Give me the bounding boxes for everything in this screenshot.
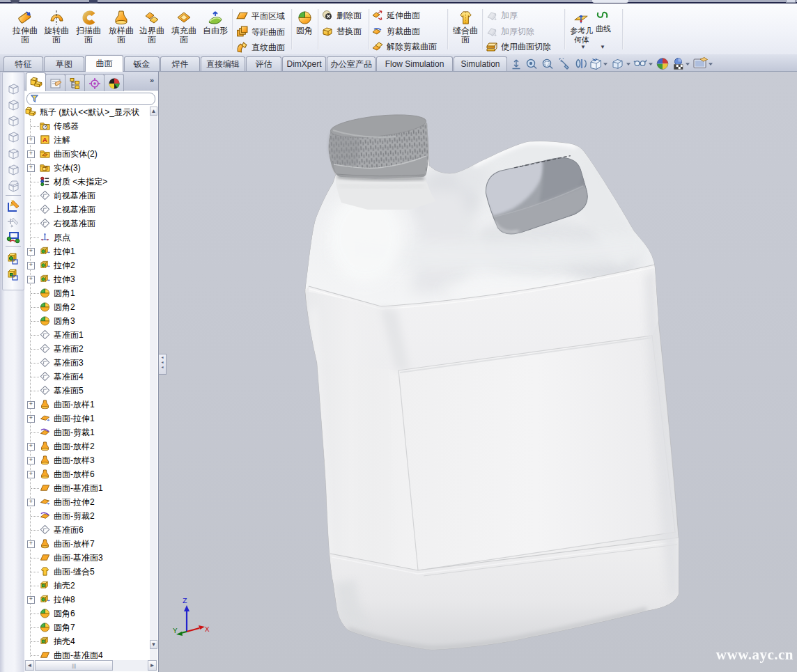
svg-text:X: X: [205, 625, 210, 634]
svg-text:Z: Z: [183, 597, 187, 605]
svg-text:Y: Y: [173, 627, 178, 635]
